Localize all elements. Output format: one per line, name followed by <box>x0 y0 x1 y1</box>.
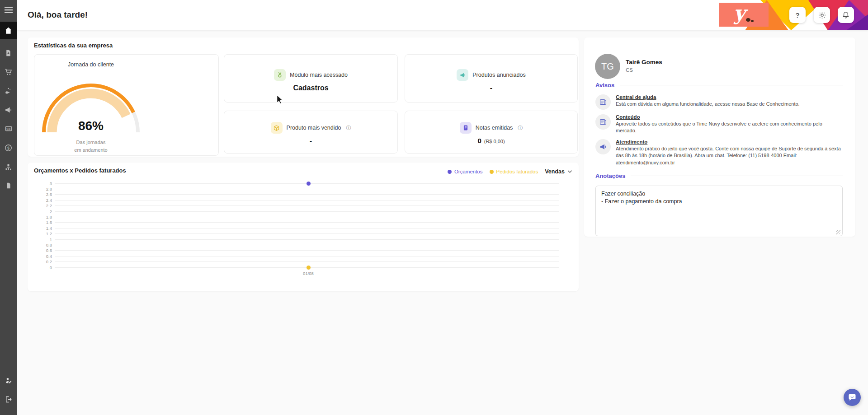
chart-filter-dropdown[interactable]: Vendas <box>545 168 572 175</box>
invoice-icon <box>460 122 472 134</box>
info-icon[interactable]: ⓘ <box>518 125 523 131</box>
y-tick-label: 2.2 <box>37 203 55 208</box>
gridline <box>55 228 559 228</box>
megaphone-icon <box>4 106 13 114</box>
account-panel: TG Tairê Gomes CS Avisos Central de ajud… <box>584 37 855 237</box>
logo-dot <box>746 18 750 22</box>
gridline <box>55 245 559 245</box>
y-tick-label: 0.2 <box>37 259 55 264</box>
megaphone-icon <box>457 69 468 81</box>
stat-card-produto-mais-vendido: Produto mais vendido ⓘ - <box>224 111 398 154</box>
notes-textarea[interactable]: Fazer conciliação - Fazer o pagamento da… <box>595 186 843 236</box>
sidebar-item-logout[interactable] <box>0 390 17 409</box>
journey-caption: Das jornadas em andamento <box>34 139 147 154</box>
y-gridline-row: 1.6 <box>37 220 570 225</box>
legend-item-orcamentos[interactable]: Orçamentos <box>448 169 483 174</box>
svg-text:$: $ <box>7 145 9 150</box>
stat-card-notas-emitidas: Notas emitidas ⓘ 0 (R$ 0,00) <box>405 111 578 154</box>
legend-dot <box>448 170 452 174</box>
gridline <box>55 200 559 201</box>
sidebar-item-documents[interactable] <box>0 176 17 195</box>
anotacoes-title: Anotações <box>595 173 625 179</box>
journey-card: Jornada do cliente 86% Das jornadas em a… <box>34 54 219 156</box>
y-gridline-row: 0.6 <box>37 248 570 253</box>
y-tick-label: 1.2 <box>37 231 55 236</box>
gridline <box>55 205 559 206</box>
aviso-description: Atendimento prático do jeito que você go… <box>616 145 843 166</box>
sidebar-item-customers[interactable] <box>0 157 17 176</box>
sidebar-item-account[interactable] <box>0 371 17 390</box>
data-point-Pedidos faturados[interactable] <box>307 266 311 270</box>
divider <box>620 85 843 85</box>
sidebar-item-marketing[interactable] <box>0 100 17 119</box>
avatar: TG <box>595 54 620 79</box>
sidebar-item-financial[interactable]: $ <box>0 138 17 157</box>
gridline <box>55 239 559 240</box>
medal-icon <box>274 69 286 81</box>
y-gridline-row: 2.8 <box>37 187 570 191</box>
notifications-button[interactable] <box>838 7 854 23</box>
anotacoes-header: Anotações <box>595 173 843 179</box>
chart-filter-label: Vendas <box>545 168 565 175</box>
gridline <box>55 222 559 223</box>
sidebar-item-billing[interactable]: $ <box>0 119 17 138</box>
file-icon <box>5 182 12 190</box>
stat-card-modulo: Módulo mais acessado Cadastros <box>224 54 398 103</box>
stat-value: Cadastros <box>224 84 397 92</box>
gridline <box>55 217 559 217</box>
sidebar-item-finance-receive[interactable] <box>0 81 17 100</box>
cart-icon <box>4 68 13 76</box>
data-point-Orçamentos[interactable] <box>307 182 311 186</box>
sidebar-item-new-document[interactable] <box>0 43 17 62</box>
help-button[interactable]: ? <box>789 7 806 23</box>
chat-widget-button[interactable] <box>844 389 861 406</box>
y-tick-label: 0.6 <box>37 248 55 253</box>
legend-item-pedidos-faturados[interactable]: Pedidos faturados <box>490 169 538 174</box>
x-tick-label: 01/08 <box>303 271 314 276</box>
list-item-atendimento: Atendimento Atendimento prático do jeito… <box>595 139 843 166</box>
brand-logo[interactable]: y <box>719 3 769 27</box>
news-icon <box>595 94 611 110</box>
stats-section-title: Estatísticas da sua empresa <box>34 42 113 49</box>
legend-label: Pedidos faturados <box>496 169 538 174</box>
stat-value: 0 (R$ 0,00) <box>405 137 577 145</box>
gridline <box>55 250 559 251</box>
chart-legend: Orçamentos Pedidos faturados Vendas <box>448 168 572 175</box>
aviso-description: Aproveite todos os conteúdos que o Time … <box>616 121 843 135</box>
notifications-bell-icon <box>842 11 850 19</box>
stat-title: Notas emitidas <box>476 125 513 131</box>
y-tick-label: 2 <box>37 209 55 214</box>
y-gridline-row: 1.4 <box>37 226 570 230</box>
megaphone-icon <box>595 139 611 154</box>
info-icon[interactable]: ⓘ <box>346 125 351 131</box>
user-edit-icon <box>4 376 13 385</box>
y-tick-label: 2.6 <box>37 192 55 197</box>
help-icon: ? <box>795 11 799 19</box>
y-tick-label: 0 <box>37 265 55 270</box>
aviso-title-link[interactable]: Atendimento <box>616 139 843 145</box>
y-tick-label: 0.4 <box>37 254 55 259</box>
aviso-title-link[interactable]: Central de ajuda <box>616 94 800 100</box>
y-gridline-row: 1.8 <box>37 214 570 219</box>
aviso-title-link[interactable]: Conteúdo <box>616 114 843 120</box>
avatar-initials: TG <box>601 61 614 72</box>
stat-title: Produtos anunciados <box>472 72 525 78</box>
y-tick-label: 1.6 <box>37 220 55 225</box>
sidebar-menu-toggle[interactable] <box>0 1 17 19</box>
stat-card-produtos-anunciados: Produtos anunciados - <box>405 54 578 103</box>
sidebar-item-home[interactable] <box>0 22 17 39</box>
y-gridline-row: 0.2 <box>37 260 570 264</box>
stat-title: Produto mais vendido <box>287 125 341 131</box>
legend-label: Orçamentos <box>454 169 483 174</box>
settings-gear-icon <box>818 11 826 19</box>
profile-role: CS <box>626 67 633 73</box>
svg-text:$: $ <box>6 127 8 131</box>
sidebar-item-sales[interactable] <box>0 62 17 81</box>
stat-title: Módulo mais acessado <box>290 72 348 78</box>
chart-plot: 32.82.62.42.221.81.61.41.210.80.60.40.20… <box>37 183 570 280</box>
gridline <box>55 256 559 256</box>
y-gridline-row: 2 <box>37 209 570 214</box>
resize-handle-icon[interactable] <box>836 230 840 234</box>
y-tick-label: 2.8 <box>37 187 55 191</box>
settings-button[interactable] <box>814 7 830 23</box>
